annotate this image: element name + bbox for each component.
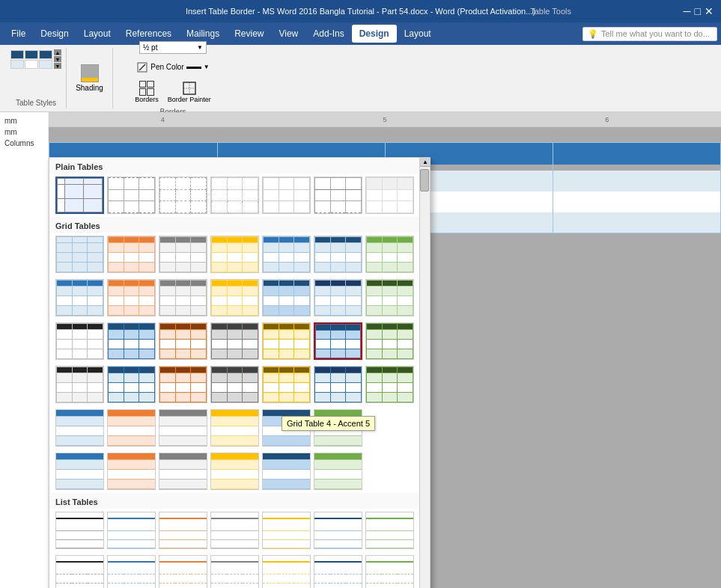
grid-1-7[interactable] [365,236,414,273]
grid-4-2[interactable] [107,366,156,403]
grid-4-3[interactable] [159,366,207,403]
grid-5-3[interactable] [159,409,207,447]
tell-me-placeholder: Tell me what you want to do... [601,29,710,38]
list-2-4[interactable] [210,555,259,588]
border-painter-icon [182,81,197,96]
menu-file[interactable]: File [4,25,33,43]
window-controls: ─ □ ✕ [684,0,714,22]
grid-1-5[interactable] [262,236,311,273]
gallery-scroll-down[interactable]: ▼ [54,56,61,62]
menu-review[interactable]: Review [227,25,271,43]
scroll-up-btn[interactable]: ▲ [420,158,431,167]
grid-3-7[interactable] [365,322,414,360]
close-btn[interactable]: ✕ [705,5,714,17]
grid-4-4[interactable] [210,366,259,403]
grid-6-4[interactable] [210,453,259,490]
border-weight-dropdown[interactable]: ½ pt ▼ [139,41,207,54]
border-weight-value: ½ pt [143,43,157,52]
table-styles-label: Table Styles [16,99,56,107]
list-1-4[interactable] [210,512,259,549]
grid-1-1[interactable] [55,236,104,273]
menu-view[interactable]: View [271,25,305,43]
style-plain-5[interactable] [262,177,311,214]
grid-6-5[interactable] [262,453,311,490]
style-plain-7[interactable] [365,177,414,214]
grid-4-7[interactable] [365,366,414,403]
grid-1-3[interactable] [159,236,207,273]
menu-references[interactable]: References [118,25,179,43]
list-2-6[interactable] [314,555,362,588]
grid-5-6[interactable] [314,409,362,447]
maximize-btn[interactable]: □ [695,5,701,17]
minimize-btn[interactable]: ─ [684,5,691,17]
list-1-3[interactable] [159,512,207,549]
ribbon-borders-section: ½ pt ▼ Pen Color ▼ [113,48,233,108]
scroll-thumb[interactable] [420,169,429,192]
style-plain-4[interactable] [210,177,259,214]
style-plain-3[interactable] [159,177,207,214]
shading-label: Shading [76,84,103,92]
plain-tables-grid [49,174,419,217]
gallery-expand[interactable]: ▼ [54,63,61,69]
gallery-scroll-up[interactable]: ▲ [54,49,61,55]
grid-3-6-hovered[interactable] [314,322,362,360]
sidebar-mm2: mm [3,126,45,138]
list-tables-header: List Tables [49,493,419,509]
borders-button[interactable]: Borders [132,79,162,105]
grid-2-6[interactable] [314,279,362,316]
shading-button[interactable]: Shading [73,58,106,99]
pen-color-button[interactable]: Pen Color ▼ [135,60,210,75]
grid-6-3[interactable] [159,453,207,490]
list-1-5[interactable] [262,512,311,549]
grid-5-2[interactable] [107,409,156,447]
border-weight-arrow: ▼ [197,44,203,51]
pen-color-arrow: ▼ [204,64,210,70]
ribbon-table-styles: ▲ ▼ ▼ Table Styles [6,48,67,108]
grid-1-6[interactable] [314,236,362,273]
grid-5-1[interactable] [55,409,104,447]
list-1-1[interactable] [55,512,104,549]
grid-4-5[interactable] [262,366,311,403]
dropdown-scrollbar[interactable]: ▲ ▼ [419,158,430,588]
menu-design[interactable]: Design [33,25,76,43]
list-2-1[interactable] [55,555,104,588]
grid-3-4[interactable] [210,322,259,360]
grid-3-5[interactable] [262,322,311,360]
grid-1-4[interactable] [210,236,259,273]
grid-2-1[interactable] [55,279,104,316]
list-1-2[interactable] [107,512,156,549]
list-1-6[interactable] [314,512,362,549]
list-2-5[interactable] [262,555,311,588]
grid-4-1[interactable] [55,366,104,403]
grid-2-2[interactable] [107,279,156,316]
style-plain-2[interactable] [107,177,156,214]
list-1-7[interactable] [365,512,414,549]
grid-5-4[interactable] [210,409,259,447]
grid-2-5[interactable] [262,279,311,316]
grid-2-3[interactable] [159,279,207,316]
menu-layout-table[interactable]: Layout [397,25,439,43]
style-plain-none[interactable] [55,177,104,214]
grid-2-4[interactable] [210,279,259,316]
grid-6-2[interactable] [107,453,156,490]
grid-4-6[interactable] [314,366,362,403]
menu-layout[interactable]: Layout [76,25,118,43]
menu-design-table[interactable]: Design [352,25,397,43]
grid-3-1[interactable] [55,322,104,360]
dropdown-inner[interactable]: Plain Tables [49,158,430,588]
grid-1-2[interactable] [107,236,156,273]
list-2-2[interactable] [107,555,156,588]
grid-2-7[interactable] [365,279,414,316]
menu-mailings[interactable]: Mailings [179,25,227,43]
border-painter-button[interactable]: Border Painter [165,79,214,105]
list-2-3[interactable] [159,555,207,588]
grid-3-3[interactable] [159,322,207,360]
menu-addins[interactable]: Add-Ins [305,25,351,43]
grid-5-5[interactable] [262,409,311,447]
grid-6-1[interactable] [55,453,104,490]
list-2-7[interactable] [365,555,414,588]
grid-6-6[interactable] [314,453,362,490]
tell-me-input[interactable]: 💡 Tell me what you want to do... [582,27,717,41]
grid-3-2[interactable] [107,322,156,360]
style-plain-6[interactable] [314,177,362,214]
